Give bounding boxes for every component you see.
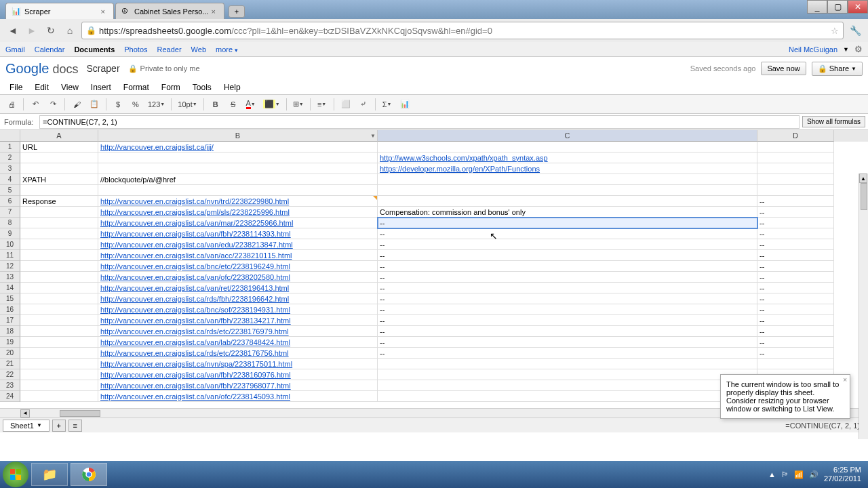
cell-C19[interactable]: --	[378, 337, 757, 348]
row-header[interactable]: 21	[0, 359, 20, 369]
align-button[interactable]: ≡▼	[315, 97, 330, 112]
cell-A1[interactable]: URL	[20, 142, 98, 152]
cell-A14[interactable]	[20, 283, 98, 293]
cell-C11[interactable]: --	[378, 250, 757, 261]
cell-B17[interactable]: http://vancouver.en.craigslist.ca/van/fb…	[98, 315, 378, 326]
row-header[interactable]: 11	[0, 250, 20, 261]
cell-D15[interactable]: --	[757, 293, 834, 304]
menu-format[interactable]: Format	[118, 81, 155, 94]
cell-C18[interactable]: --	[378, 326, 757, 337]
cell-link[interactable]: http://vancouver.en.craigslist.ca/nvn/tr…	[100, 197, 289, 205]
menu-view[interactable]: View	[56, 81, 84, 94]
cell-A2[interactable]	[20, 152, 98, 163]
row-header[interactable]: 16	[0, 304, 20, 315]
menu-form[interactable]: Form	[156, 81, 186, 94]
cell-link[interactable]: http://vancouver.en.craigslist.ca/van/fb…	[100, 317, 291, 325]
cell-link[interactable]: http://vancouver.en.craigslist.ca/nvn/sp…	[100, 360, 292, 368]
cell-C17[interactable]: --	[378, 315, 757, 326]
cell-A23[interactable]	[20, 380, 98, 391]
menu-tools[interactable]: Tools	[187, 81, 217, 94]
functions-button[interactable]: Σ▼	[380, 97, 395, 112]
cell-D16[interactable]: --	[757, 304, 834, 315]
cell-B11[interactable]: http://vancouver.en.craigslist.ca/van/ac…	[98, 250, 378, 261]
browser-tab-inactive[interactable]: ☮ Cabinet Sales Perso... ×	[115, 3, 224, 19]
row-header[interactable]: 9	[0, 228, 20, 239]
cell-C9[interactable]: --	[378, 228, 757, 239]
cell-B24[interactable]: http://vancouver.en.craigslist.ca/van/of…	[98, 391, 378, 402]
cell-link[interactable]: http://vancouver.en.craigslist.ca/jjj/	[100, 143, 214, 151]
row-header[interactable]: 5	[0, 185, 20, 196]
cell-B8[interactable]: http://vancouver.en.craigslist.ca/van/ma…	[98, 218, 378, 228]
cell-link[interactable]: http://vancouver.en.craigslist.ca/van/fb…	[100, 382, 291, 390]
cell-link[interactable]: http://vancouver.en.craigslist.ca/van/re…	[100, 284, 289, 292]
cell-D19[interactable]: --	[757, 337, 834, 348]
scroll-up-button[interactable]: ▲	[859, 174, 867, 183]
cell-link[interactable]: http://vancouver.en.craigslist.ca/rds/et…	[100, 327, 289, 336]
sheet-tab-active[interactable]: Sheet1 ▼	[3, 420, 50, 432]
cell-C12[interactable]: --	[378, 261, 757, 272]
cell-C4[interactable]	[378, 174, 757, 185]
add-sheet-button[interactable]: +	[52, 420, 66, 432]
scroll-thumb[interactable]	[60, 410, 100, 417]
row-header[interactable]: 20	[0, 348, 20, 359]
cell-B9[interactable]: http://vancouver.en.craigslist.ca/van/fb…	[98, 228, 378, 239]
row-header[interactable]: 24	[0, 391, 20, 402]
cell-B20[interactable]: http://vancouver.en.craigslist.ca/rds/et…	[98, 348, 378, 359]
tray-volume-icon[interactable]: 🔊	[809, 470, 818, 479]
cell-D7[interactable]: --	[757, 207, 834, 218]
reload-button[interactable]: ↻	[43, 23, 58, 38]
redo-button[interactable]: ↷	[45, 97, 60, 112]
row-header[interactable]: 7	[0, 207, 20, 218]
cell-B5[interactable]	[98, 185, 378, 196]
share-button[interactable]: 🔒 Share ▼	[812, 62, 863, 76]
cell-A8[interactable]	[20, 218, 98, 228]
cell-D3[interactable]	[757, 163, 834, 174]
row-header[interactable]: 1	[0, 142, 20, 152]
row-header[interactable]: 13	[0, 272, 20, 283]
cell-C20[interactable]: --	[378, 348, 757, 359]
tray-network-icon[interactable]: 📶	[794, 470, 804, 479]
row-header[interactable]: 14	[0, 283, 20, 293]
currency-button[interactable]: $	[111, 97, 125, 112]
address-bar[interactable]: 🔒 https://spreadsheets0.google.com/ccc?p…	[81, 22, 844, 39]
cell-B23[interactable]: http://vancouver.en.craigslist.ca/van/fb…	[98, 380, 378, 391]
calendar-link[interactable]: Calendar	[35, 45, 65, 54]
merge-button[interactable]: ⬜	[338, 97, 353, 112]
gmail-link[interactable]: Gmail	[5, 45, 25, 54]
row-header[interactable]: 12	[0, 261, 20, 272]
column-header-d[interactable]: D	[757, 130, 834, 142]
cell-D6[interactable]: --	[757, 196, 834, 207]
cell-C1[interactable]	[378, 142, 757, 152]
menu-file[interactable]: File	[4, 81, 28, 94]
cell-A16[interactable]	[20, 304, 98, 315]
cell-A22[interactable]	[20, 369, 98, 380]
cell-B21[interactable]: http://vancouver.en.craigslist.ca/nvn/sp…	[98, 359, 378, 369]
row-header[interactable]: 23	[0, 380, 20, 391]
cell-A11[interactable]	[20, 250, 98, 261]
cell-B3[interactable]	[98, 163, 378, 174]
back-button[interactable]: ◄	[5, 23, 20, 38]
bold-button[interactable]: B	[208, 97, 223, 112]
menu-edit[interactable]: Edit	[29, 81, 54, 94]
cell-link[interactable]: http://vancouver.en.craigslist.ca/van/fb…	[100, 371, 291, 379]
cell-A10[interactable]	[20, 239, 98, 250]
cell-C13[interactable]: --	[378, 272, 757, 283]
cell-D21[interactable]	[757, 359, 834, 369]
cell-C22[interactable]	[378, 369, 757, 380]
maximize-button[interactable]: ▢	[827, 0, 848, 14]
minimize-button[interactable]: _	[807, 0, 827, 14]
cell-D1[interactable]	[757, 142, 834, 152]
cell-B2[interactable]	[98, 152, 378, 163]
cell-D14[interactable]: --	[757, 283, 834, 293]
cell-B19[interactable]: http://vancouver.en.craigslist.ca/van/la…	[98, 337, 378, 348]
cell-link[interactable]: http://vancouver.en.craigslist.ca/pml/sl…	[100, 208, 290, 216]
cell-B14[interactable]: http://vancouver.en.craigslist.ca/van/re…	[98, 283, 378, 293]
document-title[interactable]: Scraper	[87, 63, 120, 74]
scroll-left-button[interactable]: ◄	[20, 409, 30, 418]
cell-link[interactable]: http://vancouver.en.craigslist.ca/rds/et…	[100, 349, 289, 357]
column-header-a[interactable]: A	[20, 130, 98, 142]
cell-C5[interactable]	[378, 185, 757, 196]
cell-D10[interactable]: --	[757, 239, 834, 250]
strikethrough-button[interactable]: S	[226, 97, 241, 112]
cell-B4[interactable]: //blockquote/p/a/@href	[98, 174, 378, 185]
